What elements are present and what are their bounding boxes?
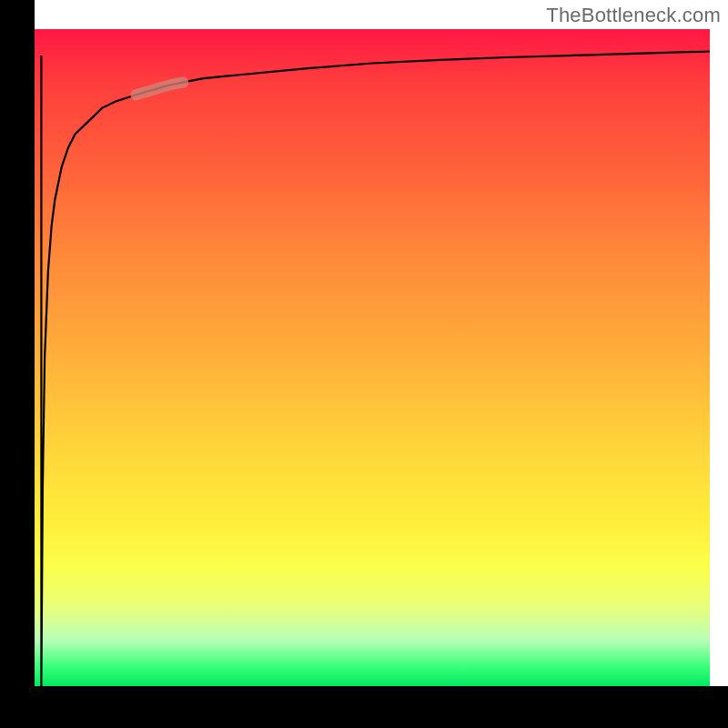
bottleneck-curve bbox=[41, 52, 710, 687]
curve-layer bbox=[35, 29, 710, 686]
watermark-text: TheBottleneck.com bbox=[546, 4, 721, 27]
chart-container: TheBottleneck.com bbox=[0, 0, 728, 728]
curve-highlight-segment bbox=[136, 83, 183, 96]
y-axis-border bbox=[0, 0, 35, 686]
x-axis-border bbox=[0, 686, 728, 728]
